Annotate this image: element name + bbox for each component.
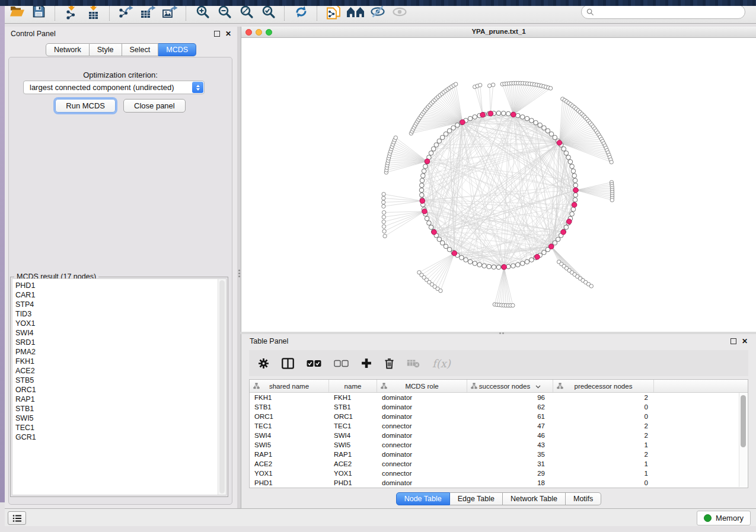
memory-status-icon [704,514,712,522]
memory-button[interactable]: Memory [697,511,751,525]
column-header-successor-nodes[interactable]: successor nodes [467,380,553,392]
column-type-icon [253,383,260,390]
table-cell: connector [377,460,467,467]
select-all-button[interactable] [307,360,321,367]
mcds-result-item[interactable]: STP4 [12,300,226,309]
table-row[interactable]: ACE2ACE2connector311 [250,459,748,469]
delete-columns-button[interactable] [384,358,394,369]
tab-mcds[interactable]: MCDS [158,43,196,56]
mcds-result-item[interactable]: CAR1 [12,290,226,300]
search-box[interactable] [581,5,745,19]
mcds-result-item[interactable]: FKH1 [12,357,226,366]
column-header-MCDS-role[interactable]: MCDS role [377,380,467,392]
tab-motifs[interactable]: Motifs [566,492,601,505]
table-row[interactable]: YOX1YOX1connector291 [250,469,748,478]
float-panel-icon[interactable] [214,31,220,37]
table-settings-button[interactable] [258,358,269,369]
control-panel-titlebar: Control Panel ✕ [5,27,237,41]
search-icon [586,8,594,16]
mcds-result-item[interactable]: PMA2 [12,347,226,357]
status-bar: Memory [5,508,756,526]
network-canvas[interactable] [241,37,756,331]
list-icon [12,514,22,523]
run-mcds-button[interactable]: Run MCDS [55,99,116,113]
table-row[interactable]: TEC1TEC1connector472 [250,421,748,431]
table-cell: dominator [377,403,467,411]
create-column-button[interactable] [361,358,372,368]
zoom-in-icon [196,5,210,19]
splitter-grip-icon [238,268,240,278]
table-scrollbar[interactable] [739,393,747,487]
mcds-result-item[interactable]: STB1 [12,404,226,414]
table-row[interactable]: RAP1RAP1dominator352 [250,450,748,459]
tab-edge-table[interactable]: Edge Table [450,492,503,505]
table-cell: TEC1 [250,422,329,430]
tab-network-table[interactable]: Network Table [503,492,566,505]
column-type-icon [557,383,563,390]
table-row[interactable]: STB1STB1dominator620 [250,402,748,412]
table-cell: 1 [553,441,654,448]
close-panel-icon[interactable]: ✕ [225,30,231,37]
mcds-result-item[interactable]: TID3 [12,309,226,319]
float-panel-icon[interactable] [731,338,736,344]
tab-node-table[interactable]: Node Table [396,492,450,505]
close-panel-button[interactable]: Close panel [123,99,186,113]
mcds-result-scrollbar[interactable] [218,279,226,495]
delete-table-button [407,359,420,368]
search-input[interactable] [597,7,745,17]
table-cell: ACE2 [329,460,377,467]
mcds-result-item[interactable]: SWI4 [12,328,226,338]
table-panel-titlebar: Table Panel ✕ [241,334,756,348]
export-table-icon [140,4,157,19]
table-cell: 62 [467,403,553,411]
mcds-result-item[interactable]: SWI5 [12,414,226,423]
table-cell: connector [377,470,467,477]
control-panel: Control Panel ✕ NetworkStyleSelectMCDS O… [5,27,237,508]
export-network-icon [118,4,134,19]
close-panel-icon[interactable]: ✕ [742,338,748,345]
table-cell: 1 [553,470,654,477]
zoom-selected-icon [261,5,276,19]
task-history-button[interactable] [8,511,26,525]
mcds-result-item[interactable]: YOX1 [12,319,226,328]
mcds-result-item[interactable]: STB5 [12,376,226,385]
mcds-result-item[interactable]: TEC1 [12,423,226,432]
tab-network[interactable]: Network [46,43,90,56]
table-cell: connector [377,422,467,430]
table-cell: YOX1 [329,470,377,477]
mcds-result-item[interactable]: ACE2 [12,366,226,376]
table-row[interactable]: PHD1PHD1dominator180 [250,478,748,488]
export-image-icon [162,4,178,19]
control-tabs: NetworkStyleSelectMCDS [5,43,237,56]
optimization-criterion-select[interactable]: largest connected component (undirected) [23,81,205,94]
optimization-criterion-value: largest connected component (undirected) [30,83,174,92]
mcds-result-item[interactable]: PHD1 [12,281,226,290]
open-file-icon [9,5,25,18]
mcds-tab-content: Optimization criterion: largest connecte… [8,57,232,505]
mcds-result-item[interactable]: RAP1 [12,395,226,404]
table-cell: STB1 [250,403,329,411]
column-header-name[interactable]: name [329,380,377,392]
mcds-result-list: PHD1CAR1STP4TID3YOX1SWI4SRD1PMA2FKH1ACE2… [12,279,226,442]
table-row[interactable]: FKH1FKH1dominator962 [250,393,748,402]
column-header-shared-name[interactable]: shared name [250,380,329,392]
table-cell: 96 [467,394,553,401]
mcds-result-item[interactable]: SRD1 [12,338,226,347]
table-row[interactable]: SWI5SWI5connector431 [250,440,748,450]
column-header-predecessor-nodes[interactable]: predecessor nodes [553,380,654,392]
table-row[interactable]: SWI4SWI4dominator462 [250,431,748,440]
tab-select[interactable]: Select [122,43,159,56]
tab-style[interactable]: Style [90,43,122,56]
table-cell: 35 [467,451,553,458]
table-cell: FKH1 [250,394,329,401]
network-window-title: YPA_prune.txt_1 [241,28,756,35]
table-cell: 61 [467,413,553,420]
node-table-header: shared namenameMCDS rolesuccessor nodesp… [250,380,748,393]
deselect-all-button[interactable] [334,360,349,367]
table-cell: STB1 [329,403,377,411]
split-panel-button[interactable] [282,358,294,369]
mcds-result-item[interactable]: ORC1 [12,385,226,395]
table-tabs: Node TableEdge TableNetwork TableMotifs [241,492,756,505]
table-row[interactable]: ORC1ORC1dominator610 [250,412,748,421]
mcds-result-item[interactable]: GCR1 [12,432,226,442]
